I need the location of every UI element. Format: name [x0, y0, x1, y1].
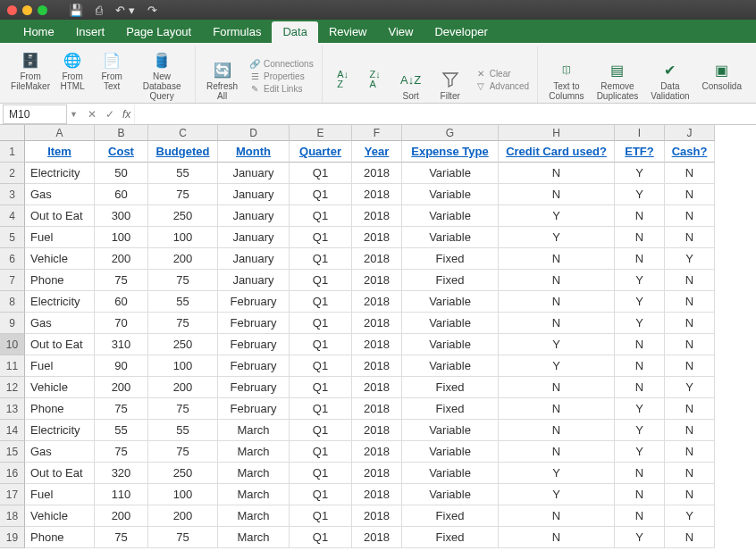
cell[interactable]: Y — [499, 355, 615, 377]
cell[interactable]: 75 — [95, 270, 148, 291]
cell[interactable]: Q1 — [290, 505, 352, 527]
cell-header[interactable]: Quarter — [290, 141, 352, 163]
cell[interactable]: 75 — [148, 313, 218, 334]
cell[interactable]: 2018 — [352, 463, 402, 484]
cell[interactable]: 2018 — [352, 227, 402, 248]
cell[interactable]: Variable — [402, 484, 499, 505]
cell[interactable]: January — [218, 227, 290, 248]
cell[interactable]: Y — [499, 463, 615, 484]
cell[interactable]: Q1 — [290, 248, 352, 270]
cell[interactable]: Q1 — [290, 205, 352, 227]
cell[interactable]: Y — [499, 334, 615, 355]
row-header[interactable]: 6 — [0, 248, 25, 270]
column-header-A[interactable]: A — [25, 125, 95, 141]
row-header[interactable]: 7 — [0, 270, 25, 291]
row-header[interactable]: 12 — [0, 377, 25, 398]
cell[interactable]: Y — [615, 163, 665, 184]
cell[interactable]: Variable — [402, 420, 499, 441]
cell[interactable]: Electricity — [25, 291, 95, 313]
cell[interactable]: N — [665, 313, 715, 334]
row-header[interactable]: 17 — [0, 484, 25, 505]
cell[interactable]: 2018 — [352, 505, 402, 527]
text-to-columns-button[interactable]: ⎅Text to Columns — [545, 58, 587, 103]
advanced-filter-button[interactable]: ▽Advanced — [473, 80, 532, 92]
cell-header[interactable]: ETF? — [615, 141, 665, 163]
row-header[interactable]: 1 — [0, 141, 25, 163]
cell[interactable]: January — [218, 184, 290, 205]
cell[interactable]: March — [218, 527, 290, 548]
cell-header[interactable]: Credit Card used? — [499, 141, 615, 163]
tab-data[interactable]: Data — [272, 21, 317, 43]
cell[interactable]: March — [218, 441, 290, 463]
cell[interactable]: Vehicle — [25, 505, 95, 527]
cell[interactable]: Q1 — [290, 163, 352, 184]
cell[interactable]: Variable — [402, 184, 499, 205]
cell-header[interactable]: Cost — [95, 141, 148, 163]
cell[interactable]: 75 — [95, 441, 148, 463]
cell[interactable]: 50 — [95, 163, 148, 184]
cell[interactable]: 2018 — [352, 420, 402, 441]
cell[interactable]: Y — [499, 484, 615, 505]
cell[interactable]: 2018 — [352, 355, 402, 377]
from-filemaker-button[interactable]: 🗄️From FileMaker — [11, 48, 50, 103]
cell[interactable]: N — [499, 527, 615, 548]
cell[interactable]: N — [665, 205, 715, 227]
cell[interactable]: Q1 — [290, 184, 352, 205]
cell[interactable]: N — [665, 463, 715, 484]
cell[interactable]: N — [499, 398, 615, 420]
cell[interactable]: Fixed — [402, 398, 499, 420]
cell[interactable]: Variable — [402, 355, 499, 377]
cell[interactable]: 100 — [148, 355, 218, 377]
cell[interactable]: Phone — [25, 398, 95, 420]
cell[interactable]: 300 — [95, 205, 148, 227]
save-icon[interactable]: 💾 — [69, 4, 83, 17]
cell[interactable]: 55 — [148, 420, 218, 441]
cell[interactable]: N — [499, 313, 615, 334]
row-header[interactable]: 15 — [0, 441, 25, 463]
cell[interactable]: N — [499, 163, 615, 184]
cell[interactable]: 2018 — [352, 334, 402, 355]
tab-view[interactable]: View — [378, 21, 424, 43]
cell[interactable]: 75 — [95, 398, 148, 420]
cell[interactable]: 2018 — [352, 484, 402, 505]
cell[interactable]: N — [499, 291, 615, 313]
cell[interactable]: 250 — [148, 334, 218, 355]
row-header[interactable]: 14 — [0, 420, 25, 441]
cell[interactable]: 200 — [95, 377, 148, 398]
cell[interactable]: N — [665, 398, 715, 420]
undo-icon[interactable]: ↶ ▾ — [115, 4, 135, 17]
cell[interactable]: N — [615, 484, 665, 505]
cell[interactable]: Vehicle — [25, 377, 95, 398]
cell-header[interactable]: Budgeted — [148, 141, 218, 163]
cell[interactable]: Variable — [402, 313, 499, 334]
cell[interactable]: January — [218, 270, 290, 291]
cell[interactable]: N — [499, 377, 615, 398]
cell[interactable]: 2018 — [352, 313, 402, 334]
tab-home[interactable]: Home — [13, 21, 65, 43]
cell-header[interactable]: Year — [352, 141, 402, 163]
column-header-I[interactable]: I — [615, 125, 665, 141]
cell[interactable]: Y — [615, 527, 665, 548]
select-all-corner[interactable] — [0, 125, 25, 141]
cell[interactable]: N — [499, 441, 615, 463]
cell[interactable]: February — [218, 377, 290, 398]
cell[interactable]: N — [615, 463, 665, 484]
cell[interactable]: Q1 — [290, 291, 352, 313]
column-header-B[interactable]: B — [95, 125, 148, 141]
cell[interactable]: N — [665, 484, 715, 505]
cell[interactable]: N — [499, 184, 615, 205]
cell[interactable]: N — [665, 163, 715, 184]
row-header[interactable]: 8 — [0, 291, 25, 313]
cell[interactable]: 2018 — [352, 377, 402, 398]
row-header[interactable]: 13 — [0, 398, 25, 420]
cell[interactable]: March — [218, 463, 290, 484]
column-header-C[interactable]: C — [148, 125, 218, 141]
cell[interactable]: 2018 — [352, 291, 402, 313]
cell[interactable]: 75 — [148, 441, 218, 463]
cell[interactable]: Phone — [25, 527, 95, 548]
row-header[interactable]: 11 — [0, 355, 25, 377]
tab-review[interactable]: Review — [318, 21, 378, 43]
sort-desc-button[interactable]: Z↓A — [362, 68, 389, 103]
row-header[interactable]: 16 — [0, 463, 25, 484]
cell[interactable]: N — [615, 355, 665, 377]
